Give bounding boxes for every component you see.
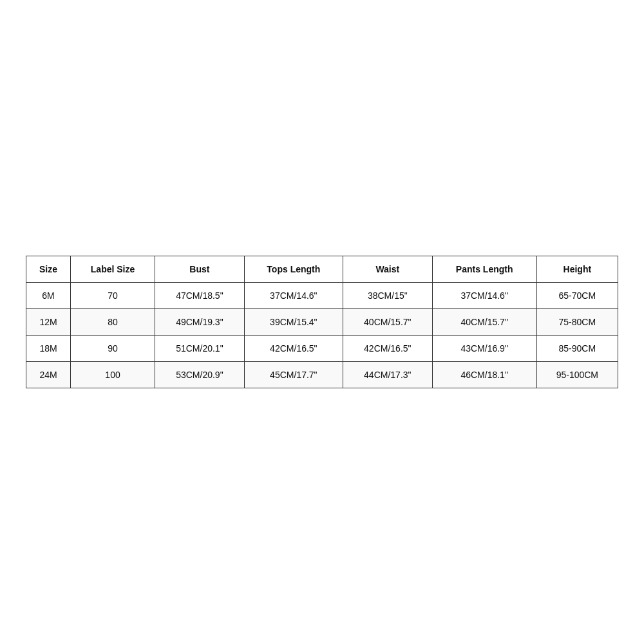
table-cell: 65-70CM xyxy=(536,283,618,309)
header-waist: Waist xyxy=(343,256,432,283)
table-cell: 18M xyxy=(26,336,71,362)
header-bust: Bust xyxy=(155,256,245,283)
table-cell: 24M xyxy=(26,362,71,388)
table-row: 24M10053CM/20.9"45CM/17.7"44CM/17.3"46CM… xyxy=(26,362,618,388)
table-row: 6M7047CM/18.5"37CM/14.6"38CM/15"37CM/14.… xyxy=(26,283,618,309)
table-cell: 40CM/15.7" xyxy=(343,309,432,336)
table-cell: 75-80CM xyxy=(536,309,618,336)
table-cell: 12M xyxy=(26,309,71,336)
table-cell: 40CM/15.7" xyxy=(432,309,536,336)
table-cell: 47CM/18.5" xyxy=(155,283,245,309)
table-cell: 70 xyxy=(71,283,155,309)
header-tops-length: Tops Length xyxy=(244,256,343,283)
table-cell: 49CM/19.3" xyxy=(155,309,245,336)
table-cell: 42CM/16.5" xyxy=(244,336,343,362)
table-cell: 37CM/14.6" xyxy=(432,283,536,309)
table-cell: 37CM/14.6" xyxy=(244,283,343,309)
size-chart-container: Size Label Size Bust Tops Length Waist P… xyxy=(26,256,618,388)
table-row: 18M9051CM/20.1"42CM/16.5"42CM/16.5"43CM/… xyxy=(26,336,618,362)
table-cell: 44CM/17.3" xyxy=(343,362,432,388)
table-cell: 38CM/15" xyxy=(343,283,432,309)
header-height: Height xyxy=(536,256,618,283)
table-cell: 90 xyxy=(71,336,155,362)
header-size: Size xyxy=(26,256,71,283)
table-cell: 6M xyxy=(26,283,71,309)
table-cell: 95-100CM xyxy=(536,362,618,388)
table-cell: 39CM/15.4" xyxy=(244,309,343,336)
table-cell: 80 xyxy=(71,309,155,336)
table-cell: 53CM/20.9" xyxy=(155,362,245,388)
header-pants-length: Pants Length xyxy=(432,256,536,283)
table-cell: 51CM/20.1" xyxy=(155,336,245,362)
table-cell: 100 xyxy=(71,362,155,388)
table-cell: 46CM/18.1" xyxy=(432,362,536,388)
table-cell: 45CM/17.7" xyxy=(244,362,343,388)
table-row: 12M8049CM/19.3"39CM/15.4"40CM/15.7"40CM/… xyxy=(26,309,618,336)
table-cell: 43CM/16.9" xyxy=(432,336,536,362)
size-chart-table: Size Label Size Bust Tops Length Waist P… xyxy=(26,256,618,388)
table-header-row: Size Label Size Bust Tops Length Waist P… xyxy=(26,256,618,283)
table-cell: 85-90CM xyxy=(536,336,618,362)
header-label-size: Label Size xyxy=(71,256,155,283)
table-cell: 42CM/16.5" xyxy=(343,336,432,362)
